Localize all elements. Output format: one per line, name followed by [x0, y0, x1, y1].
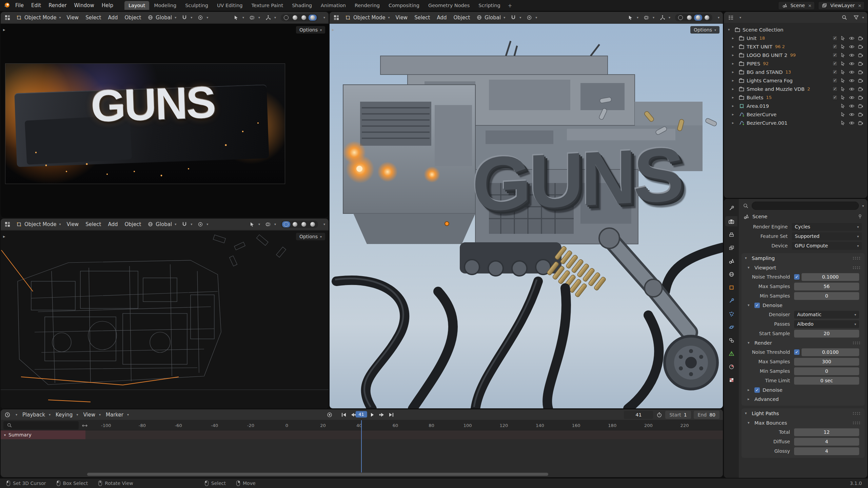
orientation-select[interactable]: Global▾ [147, 221, 176, 228]
outliner-item[interactable]: ▸ Area.019 ✓ [725, 102, 866, 110]
shading-rendered-icon[interactable] [309, 15, 317, 21]
tab-physics[interactable] [725, 322, 737, 332]
tab-scene[interactable] [725, 256, 737, 266]
tab-object-data[interactable] [725, 348, 737, 359]
workspace-tab[interactable]: UV Editing [213, 1, 247, 10]
selectable-icon[interactable] [840, 111, 846, 118]
selectable-icon[interactable] [840, 43, 846, 50]
expand-icon[interactable]: ▾ [4, 433, 6, 437]
scene-selector[interactable]: Scene × [778, 1, 815, 10]
workspace-tab[interactable]: Layout [124, 1, 149, 10]
viewport-menu[interactable]: Object [123, 221, 142, 227]
gizmos-toggle[interactable]: ▾ [659, 14, 670, 21]
toolbar-toggle-icon[interactable]: ▸ [3, 27, 5, 32]
selectable-icon[interactable] [840, 103, 846, 109]
workspace-tab[interactable]: Rendering [351, 1, 384, 10]
shading-material-icon[interactable] [694, 15, 702, 21]
proportional-edit-toggle[interactable]: ▾ [526, 14, 537, 21]
shading-solid-icon[interactable] [291, 15, 299, 21]
mode-select[interactable]: Object Mode▾ [16, 221, 61, 228]
viewport-menu[interactable]: Add [436, 15, 448, 21]
shading-material-icon[interactable] [300, 15, 308, 21]
exclude-checkbox[interactable]: ✓ [832, 36, 837, 41]
jump-to-start-button[interactable] [340, 411, 348, 419]
render-visibility-icon[interactable] [857, 43, 864, 50]
time-limit-field[interactable]: 0 sec [794, 377, 859, 385]
channel-search-input[interactable] [3, 421, 79, 429]
expand-icon[interactable]: ▸ [732, 87, 738, 91]
expand-icon[interactable]: ▸ [732, 95, 738, 100]
workspace-tab[interactable]: Geometry Nodes [424, 1, 474, 10]
tab-constraints[interactable] [725, 335, 737, 345]
unlink-scene-icon[interactable]: × [807, 3, 812, 8]
proportional-edit-toggle[interactable]: ▾ [197, 221, 208, 228]
editor-type-icon[interactable] [4, 411, 11, 418]
editor-type-icon[interactable] [333, 14, 340, 21]
panel-header-denoise[interactable]: ▾✓Denoise [742, 301, 865, 310]
jump-to-end-button[interactable] [387, 411, 395, 419]
visibility-dropdown[interactable]: ▾ [233, 14, 244, 21]
tab-texture[interactable] [725, 375, 737, 385]
shading-solid-icon[interactable] [685, 15, 693, 21]
panel-header-render[interactable]: ▾Render [742, 338, 865, 347]
panel-header-light-paths[interactable]: ▾Light Paths [742, 408, 865, 418]
tab-tool[interactable] [725, 203, 737, 213]
camera-viewport[interactable]: Object Mode▾ ViewSelectAddObject Global▾… [1, 12, 329, 218]
timeline-ruler[interactable]: -100-80-60-40-20020406080100120140160180… [1, 420, 723, 430]
panel-header-max-bounces[interactable]: ▾Max Bounces [742, 418, 865, 427]
expand-icon[interactable]: ▸ [732, 78, 738, 83]
viewport-min-samples-field[interactable]: 0 [794, 292, 859, 300]
expand-icon[interactable]: ▸ [732, 36, 738, 40]
exclude-checkbox[interactable]: ✓ [832, 44, 837, 49]
selectable-icon[interactable] [840, 86, 846, 93]
timeline-menu[interactable]: Marker [105, 412, 124, 418]
shading-solid-icon[interactable] [291, 221, 299, 227]
outliner-item[interactable]: ▸ Unit 18 ✓ [725, 34, 866, 42]
wireframe-canvas[interactable]: ▸ Options▾ [1, 230, 329, 408]
expand-icon[interactable]: ▸ [732, 44, 738, 49]
orientation-select[interactable]: Global▾ [476, 14, 505, 21]
editor-type-icon[interactable] [4, 221, 11, 228]
workspace-tab[interactable]: Shading [288, 1, 316, 10]
viewport-3d-canvas[interactable]: ▸ Options▾ [330, 24, 723, 408]
hide-icon[interactable] [848, 77, 855, 84]
hide-icon[interactable] [848, 35, 855, 42]
render-noise-threshold-checkbox[interactable]: ✓ [794, 349, 800, 355]
selectable-icon[interactable] [840, 69, 846, 76]
workspace-tab[interactable]: Sculpting [181, 1, 212, 10]
editor-type-icon[interactable] [727, 14, 734, 21]
timeline-menu[interactable]: View [82, 412, 96, 418]
outliner-item[interactable]: ▾ Scene Collection [725, 25, 866, 34]
workspace-tab[interactable]: Scripting [474, 1, 504, 10]
exclude-checkbox[interactable]: ✓ [832, 61, 837, 66]
unlink-viewlayer-icon[interactable]: × [857, 3, 862, 8]
workspace-tab[interactable]: Animation [317, 1, 350, 10]
tool-options-dropdown[interactable]: Options▾ [296, 233, 325, 240]
outliner-item[interactable]: ▸ BezierCurve.001 ✓ [725, 119, 866, 127]
hide-icon[interactable] [848, 120, 855, 126]
expand-icon[interactable]: ▸ [732, 104, 738, 108]
viewport-menu[interactable]: View [66, 221, 80, 227]
search-icon[interactable] [841, 14, 848, 21]
orientation-select[interactable]: Global▾ [147, 14, 176, 21]
outliner-item[interactable]: ▸ Lights Camera Fog ✓ [725, 76, 866, 85]
exclude-checkbox[interactable]: ✓ [832, 53, 837, 58]
render-visibility-icon[interactable] [857, 69, 864, 76]
snap-toggle[interactable]: ▾ [181, 221, 192, 228]
shading-material-icon[interactable] [300, 221, 308, 227]
panel-header-viewport[interactable]: ▾Viewport [742, 263, 865, 272]
tab-modifiers[interactable] [725, 296, 737, 306]
overlays-toggle[interactable]: ▾ [643, 14, 654, 21]
render-min-samples-field[interactable]: 0 [794, 367, 859, 375]
shading-rendered-icon[interactable] [703, 15, 711, 21]
add-workspace-button[interactable]: + [505, 2, 515, 10]
editor-type-icon[interactable] [4, 14, 11, 21]
stopwatch-icon[interactable] [656, 411, 663, 418]
render-visibility-icon[interactable] [857, 94, 864, 101]
tab-view-layer[interactable] [725, 243, 737, 253]
render-engine-select[interactable]: Cycles▾ [792, 223, 862, 231]
play-button[interactable] [368, 411, 376, 419]
toolbar-toggle-icon[interactable]: ▸ [332, 27, 334, 32]
pin-icon[interactable] [856, 213, 863, 220]
tab-material[interactable] [725, 362, 737, 372]
